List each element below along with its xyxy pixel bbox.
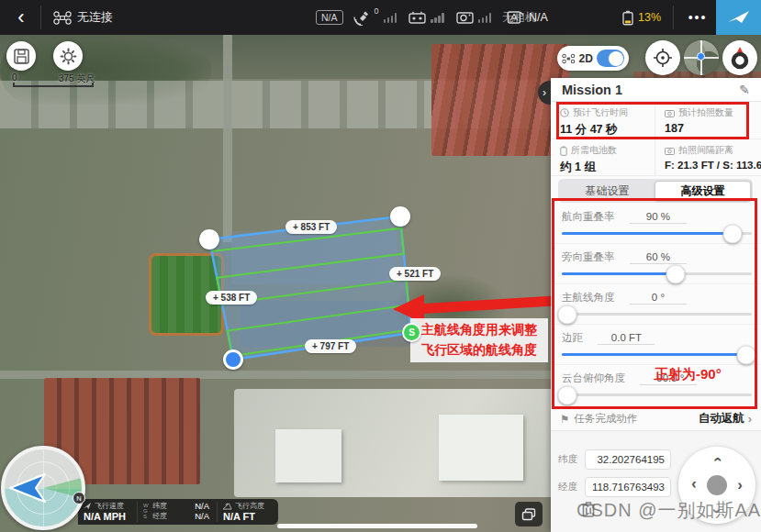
compass-ring: [1, 446, 85, 530]
map-white-building: [439, 415, 523, 481]
map-white-building: [275, 429, 341, 482]
mission-title: Mission 1: [562, 83, 739, 97]
minimap-location-dot: [697, 52, 705, 61]
map-road-vertical: [223, 35, 232, 242]
latitude-field[interactable]: 32.202764195: [585, 449, 671, 470]
stat-label: 拍照间隔距离: [678, 144, 733, 157]
remote-controller-icon: [408, 11, 426, 24]
annotation-line1: 主航线角度用来调整: [410, 320, 548, 340]
gps-system-label: WGS: [143, 503, 151, 525]
signal-value: N/A: [529, 11, 548, 24]
map-2d-toggle[interactable]: 2D: [557, 46, 629, 71]
telemetry-position: WGS 纬度 N/A 经度 N/A: [138, 499, 217, 525]
telemetry-speed: 飞行速度 N/A MPH: [78, 499, 137, 525]
battery-icon: [622, 10, 633, 26]
gps-signal-bars-icon: [384, 13, 397, 23]
route-start-marker: S: [402, 323, 421, 342]
annotation-line2: 飞行区域的航线角度: [410, 340, 548, 360]
airplane-icon: [727, 7, 751, 28]
map-building: [231, 231, 397, 284]
altitude-label: 飞行高度: [235, 501, 264, 511]
red-highlight-box-stats: [556, 102, 749, 139]
longitude-label: 经度: [558, 481, 580, 493]
nudge-up-button[interactable]: ›: [710, 452, 724, 467]
divider: [40, 6, 41, 29]
finish-action-label: 任务完成动作: [574, 412, 637, 426]
ortho-note: 正射为-90°: [655, 366, 722, 383]
nudge-center-button[interactable]: [707, 475, 727, 495]
camera-icon: [665, 147, 675, 155]
takeoff-button[interactable]: [716, 0, 761, 35]
more-menu-button[interactable]: •••: [681, 0, 714, 35]
compass-reset-button[interactable]: [722, 40, 757, 75]
video-signal-bars-icon: [478, 13, 492, 23]
aircraft-heading-arrow: [10, 474, 45, 502]
speed-label: 飞行速度: [95, 501, 124, 511]
aircraft-icon: [53, 0, 72, 35]
2d-toggle-switch[interactable]: [597, 50, 624, 67]
trash-icon: [581, 501, 596, 517]
polygon-vertex-selected[interactable]: [223, 349, 243, 370]
status-cluster: N/A 0 无相机: [316, 0, 537, 35]
edge-length-pill[interactable]: + 797 FT: [305, 339, 356, 353]
panel-header: Mission 1 ✎: [551, 78, 761, 102]
altitude-icon: [223, 502, 232, 510]
edge-length-pill[interactable]: + 538 FT: [206, 291, 257, 305]
drone-2d-icon: [562, 53, 576, 64]
telemetry-lng-value: N/A: [195, 511, 209, 521]
compass-needle-icon: [729, 46, 751, 70]
app-root: 0 375 英尺 + 853 FT + 521 FT + 538 FT + 79…: [0, 0, 761, 532]
chevron-right-icon: ›: [748, 412, 752, 426]
save-mission-button[interactable]: [6, 41, 36, 71]
settings-button[interactable]: [53, 41, 83, 71]
gps-satellite-count: 0: [375, 6, 379, 16]
compass-north-badge: N: [73, 492, 85, 504]
map-scale-start: 0: [12, 72, 17, 83]
telemetry-lng-label: 经度: [152, 511, 167, 521]
telemetry-lat-label: 纬度: [152, 501, 167, 511]
battery-percent: 13%: [638, 11, 661, 24]
map-scale-bar: [13, 83, 94, 87]
camera-link-icon: [456, 11, 474, 24]
watermark: CSDN @一别如斯AA: [576, 498, 761, 523]
finish-action-value: 自动返航: [699, 411, 744, 427]
gear-icon: [60, 48, 77, 65]
edge-length-pill[interactable]: + 521 FT: [389, 267, 441, 281]
finish-action-row[interactable]: ⚑ 任务完成动作 自动返航 ›: [551, 407, 761, 431]
stat-photo-interval: 拍照间隔距离 F: 21.3 FT / S: 113.6 FT: [655, 139, 761, 176]
home-indicator: [277, 524, 477, 528]
flight-mode-badge: N/A: [316, 10, 343, 25]
stat-label: 所需电池数: [571, 144, 617, 157]
altitude-value: N/A FT: [223, 511, 271, 522]
telemetry-bar: 飞行速度 N/A MPH WGS 纬度 N/A 经度 N/A: [78, 499, 278, 525]
telemetry-altitude: 飞行高度 N/A FT: [218, 499, 276, 525]
back-button[interactable]: ‹: [6, 0, 37, 35]
signal-status: N/A: [507, 0, 548, 35]
telemetry-lat-value: N/A: [195, 501, 209, 511]
save-icon: [14, 49, 29, 64]
rc-signal-bars-icon: [431, 13, 444, 23]
satellite-icon: [353, 10, 372, 26]
stat-battery-count: 所需电池数 约 1 组: [551, 139, 655, 176]
locate-button[interactable]: [645, 40, 680, 75]
red-annotation-note: 主航线角度用来调整 飞行区域的航线角度: [410, 318, 548, 362]
divider: [673, 6, 674, 29]
nudge-left-button[interactable]: ›: [687, 478, 701, 493]
minimap-button[interactable]: [684, 40, 719, 75]
polygon-vertex[interactable]: [390, 206, 410, 227]
nudge-right-button[interactable]: ›: [733, 478, 747, 493]
battery-status: 13%: [622, 0, 661, 35]
layers-icon: [521, 508, 536, 521]
crosshair-icon: [653, 48, 673, 68]
longitude-field[interactable]: 118.716763493: [585, 477, 671, 497]
latitude-label: 纬度: [558, 453, 580, 466]
polygon-vertex[interactable]: [199, 229, 219, 249]
flag-icon: ⚑: [560, 413, 569, 426]
edit-mission-icon[interactable]: ✎: [739, 83, 750, 97]
top-status-bar: ‹ 无连接 N/A 0: [0, 0, 761, 35]
map-mode-label: 2D: [579, 52, 593, 65]
map-layers-button[interactable]: [515, 502, 543, 526]
edge-length-pill[interactable]: + 853 FT: [285, 220, 337, 234]
stat-value: 约 1 组: [560, 160, 655, 175]
flight-status-icon: [507, 10, 524, 25]
